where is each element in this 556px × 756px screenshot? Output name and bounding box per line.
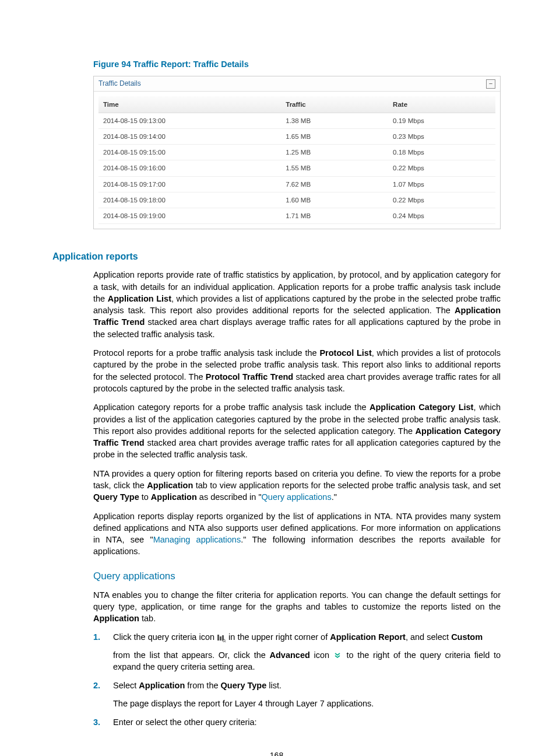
steps-list: Click the query criteria icon in the upp…	[93, 631, 501, 728]
cell-traffic: 1.60 MB	[281, 192, 388, 208]
cell-rate: 0.24 Mbps	[388, 208, 495, 223]
svg-rect-0	[217, 635, 219, 640]
page-number: 168	[52, 750, 501, 756]
cell-traffic: 1.65 MB	[281, 129, 388, 145]
col-header-traffic: Traffic	[281, 96, 388, 113]
step-1: Click the query criteria icon in the upp…	[106, 631, 501, 673]
cell-time: 2014-08-15 09:19:00	[98, 208, 281, 223]
step-3: Enter or select the other query criteria…	[106, 716, 501, 728]
table-row: 2014-08-15 09:17:007.62 MB1.07 Mbps	[98, 176, 495, 192]
cell-traffic: 1.71 MB	[281, 208, 388, 223]
step-1-continuation: from the list that appears. Or, click th…	[113, 649, 501, 673]
cell-rate: 0.19 Mbps	[388, 113, 495, 129]
section-heading-application-reports: Application reports	[52, 250, 501, 263]
cell-time: 2014-08-15 09:14:00	[98, 129, 281, 145]
paragraph: Application reports display reports orga…	[93, 510, 501, 558]
table-row: 2014-08-15 09:19:001.71 MB0.24 Mbps	[98, 208, 495, 223]
link-query-applications[interactable]: Query applications	[262, 492, 332, 502]
panel-title: Traffic Details	[98, 79, 141, 89]
cell-time: 2014-08-15 09:18:00	[98, 192, 281, 208]
svg-line-4	[225, 641, 226, 642]
cell-traffic: 1.25 MB	[281, 145, 388, 160]
table-header-row: Time Traffic Rate	[98, 96, 495, 113]
traffic-details-table: Time Traffic Rate 2014-08-15 09:13:001.3…	[98, 96, 495, 224]
cell-rate: 1.07 Mbps	[388, 176, 495, 192]
panel-body: Time Traffic Rate 2014-08-15 09:13:001.3…	[94, 92, 500, 229]
cell-traffic: 1.55 MB	[281, 160, 388, 176]
traffic-details-panel: Traffic Details − Time Traffic Rate 2014…	[93, 76, 501, 229]
cell-time: 2014-08-15 09:17:00	[98, 176, 281, 192]
cell-time: 2014-08-15 09:16:00	[98, 160, 281, 176]
cell-time: 2014-08-15 09:15:00	[98, 145, 281, 160]
panel-header: Traffic Details −	[94, 76, 500, 92]
paragraph: NTA enables you to change the filter cri…	[93, 589, 501, 625]
table-row: 2014-08-15 09:13:001.38 MB0.19 Mbps	[98, 113, 495, 129]
figure-caption: Figure 94 Traffic Report: Traffic Detail…	[93, 58, 501, 70]
cell-traffic: 1.38 MB	[281, 113, 388, 129]
cell-traffic: 7.62 MB	[281, 176, 388, 192]
paragraph: NTA provides a query option for filterin…	[93, 468, 501, 503]
link-managing-applications[interactable]: Managing applications	[153, 535, 241, 544]
table-row: 2014-08-15 09:18:001.60 MB0.22 Mbps	[98, 192, 495, 208]
step-2: Select Application from the Query Type l…	[106, 680, 501, 709]
col-header-time: Time	[98, 96, 281, 113]
subsection-heading-query-applications: Query applications	[93, 569, 501, 583]
advanced-expand-icon	[333, 652, 343, 660]
cell-rate: 0.18 Mbps	[388, 145, 495, 160]
col-header-rate: Rate	[388, 96, 495, 113]
svg-rect-1	[220, 636, 221, 640]
cell-rate: 0.23 Mbps	[388, 129, 495, 145]
cell-rate: 0.22 Mbps	[388, 192, 495, 208]
step-2-sub: The page displays the report for Layer 4…	[113, 698, 501, 709]
paragraph: Application reports provide rate of traf…	[93, 269, 501, 340]
collapse-icon[interactable]: −	[486, 79, 495, 89]
paragraph: Application category reports for a probe…	[93, 401, 501, 460]
table-row: 2014-08-15 09:14:001.65 MB0.23 Mbps	[98, 129, 495, 145]
cell-rate: 0.22 Mbps	[388, 160, 495, 176]
table-row: 2014-08-15 09:15:001.25 MB0.18 Mbps	[98, 145, 495, 160]
cell-time: 2014-08-15 09:13:00	[98, 113, 281, 129]
paragraph: Protocol reports for a probe traffic ana…	[93, 347, 501, 394]
query-criteria-icon	[217, 634, 226, 642]
table-row: 2014-08-15 09:16:001.55 MB0.22 Mbps	[98, 160, 495, 176]
